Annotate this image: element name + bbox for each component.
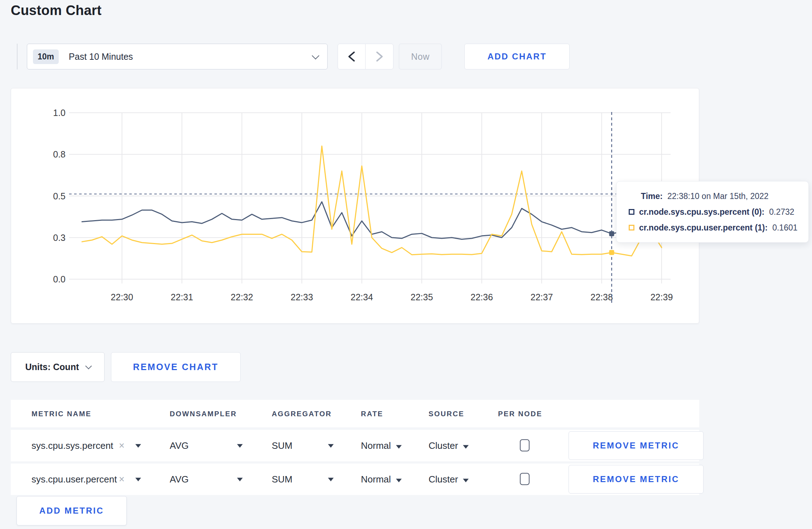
y-axis-label: 1.0 (53, 108, 66, 118)
user-crosshair-dot (609, 250, 614, 255)
y-axis-label: 0.0 (53, 274, 66, 284)
downsampler-select[interactable]: AVG (170, 474, 189, 485)
tooltip-series-value: 0.1601 (772, 223, 797, 233)
units-label: Units: Count (25, 362, 79, 372)
source-caret-icon (463, 445, 469, 449)
add-metric-button[interactable]: ADD METRIC (16, 496, 127, 525)
source-caret-icon (463, 479, 469, 482)
sys-series-swatch-icon (629, 209, 634, 215)
time-range-badge: 10m (33, 49, 59, 64)
col-header-aggregator: AGGREGATOR (272, 409, 332, 418)
source-select[interactable]: Cluster (429, 474, 469, 485)
col-header-downsampler: DOWNSAMPLER (170, 409, 237, 418)
col-header-metric-name: METRIC NAME (32, 409, 92, 418)
aggregator-select[interactable]: SUM (272, 440, 293, 451)
per-node-checkbox[interactable] (520, 439, 530, 451)
downsampler-caret-icon[interactable] (237, 478, 243, 481)
toolbar-divider (17, 44, 18, 69)
x-axis-label: 22:38 (590, 292, 613, 302)
chevron-left-icon (345, 49, 358, 64)
prev-time-button[interactable] (338, 44, 366, 69)
source-select[interactable]: Cluster (429, 440, 469, 451)
per-node-checkbox[interactable] (520, 473, 530, 485)
remove-metric-button[interactable]: REMOVE METRIC (569, 465, 704, 494)
tooltip-series-label: cr.node.sys.cpu.user.percent (1): (639, 223, 768, 233)
metric-caret-icon[interactable] (135, 478, 141, 481)
downsampler-select[interactable]: AVG (170, 440, 189, 451)
tooltip-time-value: 22:38:10 on Mar 15th, 2022 (667, 191, 769, 201)
metrics-table-header: METRIC NAME DOWNSAMPLER AGGREGATOR RATE … (11, 400, 699, 427)
user-percent-line (82, 146, 662, 256)
x-axis-label: 22:33 (291, 292, 313, 302)
metric-name-value[interactable]: sys.cpu.sys.percent (32, 440, 113, 451)
metric-row: sys.cpu.user.percent × AVG SUM Normal Cl… (11, 464, 699, 495)
aggregator-caret-icon[interactable] (328, 478, 334, 481)
x-axis-label: 22:35 (411, 292, 433, 302)
aggregator-select[interactable]: SUM (272, 474, 293, 485)
rate-caret-icon (396, 479, 402, 482)
downsampler-caret-icon[interactable] (237, 444, 243, 448)
units-dropdown[interactable]: Units: Count (11, 352, 105, 382)
chart-card: 0.00.30.50.81.022:3022:3122:3222:3322:34… (11, 88, 699, 324)
col-header-per-node: PER NODE (498, 409, 542, 418)
now-button[interactable]: Now (399, 44, 442, 69)
time-step-buttons (338, 44, 393, 69)
chevron-right-icon (373, 49, 386, 64)
rate-caret-icon (396, 445, 402, 449)
rate-value: Normal (361, 474, 391, 485)
y-axis-label: 0.8 (53, 149, 66, 159)
chevron-down-icon (312, 52, 319, 59)
x-axis-label: 22:37 (531, 292, 553, 302)
add-chart-button[interactable]: ADD CHART (464, 44, 570, 69)
time-range-label: Past 10 Minutes (69, 52, 133, 62)
rate-select[interactable]: Normal (361, 440, 402, 451)
next-time-button[interactable] (366, 44, 393, 69)
clear-metric-icon[interactable]: × (119, 440, 125, 451)
source-value: Cluster (429, 440, 458, 451)
x-axis-label: 22:39 (651, 292, 673, 302)
x-axis-label: 22:36 (470, 292, 493, 302)
page-title: Custom Chart (11, 3, 102, 18)
clear-metric-icon[interactable]: × (119, 474, 125, 485)
metric-caret-icon[interactable] (135, 444, 141, 448)
tooltip-series-row: cr.node.sys.cpu.sys.percent (0): 0.2732 (629, 207, 808, 217)
remove-metric-button[interactable]: REMOVE METRIC (569, 431, 704, 460)
sys-crosshair-dot (609, 231, 614, 236)
tooltip-time-label: Time: (641, 191, 663, 201)
custom-chart-page: Custom Chart 10m Past 10 Minutes Now ADD… (0, 0, 812, 529)
time-range-dropdown[interactable]: 10m Past 10 Minutes (27, 44, 328, 69)
col-header-source: SOURCE (429, 409, 464, 418)
tooltip-series-label: cr.node.sys.cpu.sys.percent (0): (639, 207, 764, 217)
timeseries-chart[interactable]: 0.00.30.50.81.022:3022:3122:3222:3322:34… (11, 88, 700, 324)
sys-percent-line (82, 202, 662, 239)
tooltip-time-row: Time: 22:38:10 on Mar 15th, 2022 (629, 191, 808, 201)
chart-tooltip: Time: 22:38:10 on Mar 15th, 2022 cr.node… (616, 181, 809, 243)
rate-select[interactable]: Normal (361, 474, 402, 485)
aggregator-caret-icon[interactable] (328, 444, 334, 448)
remove-chart-button[interactable]: REMOVE CHART (111, 352, 241, 382)
x-axis-label: 22:34 (351, 292, 373, 302)
source-value: Cluster (429, 474, 458, 485)
x-axis-label: 22:31 (171, 292, 193, 302)
y-axis-label: 0.5 (53, 191, 66, 201)
metric-name-value[interactable]: sys.cpu.user.percent (32, 474, 117, 485)
metric-row: sys.cpu.sys.percent × AVG SUM Normal Clu… (11, 430, 699, 461)
x-axis-label: 22:32 (231, 292, 253, 302)
user-series-swatch-icon (629, 225, 634, 230)
chevron-down-icon (86, 363, 92, 369)
col-header-rate: RATE (361, 409, 383, 418)
tooltip-series-row: cr.node.sys.cpu.user.percent (1): 0.1601 (629, 223, 808, 233)
rate-value: Normal (361, 440, 391, 451)
y-axis-label: 0.3 (53, 233, 66, 243)
x-axis-label: 22:30 (111, 292, 133, 302)
tooltip-series-value: 0.2732 (769, 207, 794, 217)
